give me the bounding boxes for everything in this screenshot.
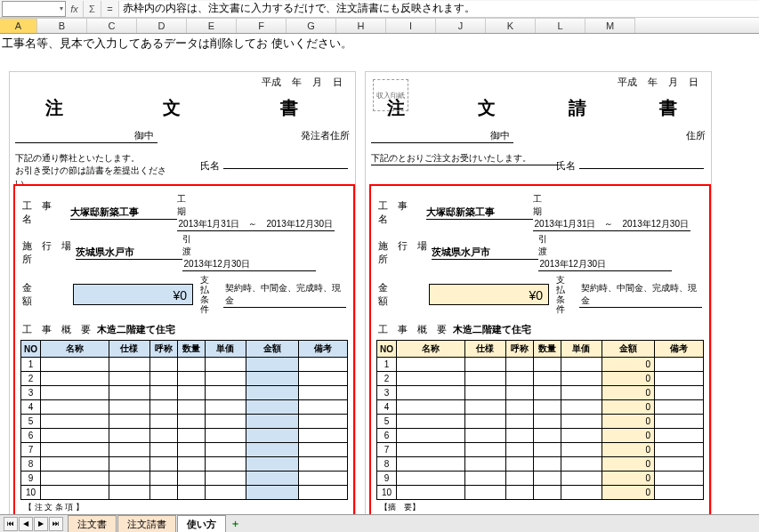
formula-bar: fx Σ =	[0, 0, 759, 18]
fx-button[interactable]: fx	[66, 1, 84, 17]
order-amount[interactable]: ¥0	[73, 284, 193, 305]
formula-input[interactable]	[119, 1, 759, 17]
acc-shimei: 氏名	[556, 159, 704, 173]
acc-pay: 契約時、中間金、完成時、現金	[579, 282, 702, 308]
order-onchu: 御中	[15, 129, 157, 143]
equals-button[interactable]: =	[101, 1, 119, 17]
tab-prev-icon[interactable]: ◀	[19, 517, 33, 531]
sheet-tab-bar: ⏮ ◀ ▶ ⏭ 注文書注文請書使い方 ＋	[0, 514, 759, 532]
worksheet[interactable]: 工事名等、見本で入力してあるデータは削除してお 使いください。 平成年月日 注 …	[0, 34, 759, 514]
order-project-label: 工 事 名	[22, 199, 70, 226]
acc-period: 2013年1月31日 ～ 2013年12月30日	[533, 218, 690, 231]
table-row[interactable]: 4	[21, 400, 348, 415]
table-row[interactable]: 1	[21, 358, 348, 372]
order-delivery[interactable]: 2013年12月30日	[182, 258, 316, 271]
col-header-a[interactable]: A	[0, 18, 37, 33]
acc-red-box: 工 事 名 大塚邸新築工事 工 期2013年1月31日 ～ 2013年12月30…	[369, 184, 711, 514]
order-date-row: 平成年月日	[10, 72, 355, 91]
add-sheet-button[interactable]: ＋	[227, 517, 243, 530]
col-header: 数量	[177, 341, 205, 358]
col-header-l[interactable]: L	[536, 18, 585, 33]
sheet-tab[interactable]: 使い方	[177, 515, 226, 533]
sheet-tab[interactable]: 注文請書	[117, 515, 176, 533]
acc-project-label: 工 事 名	[378, 199, 426, 226]
tab-last-icon[interactable]: ⏭	[49, 517, 63, 531]
table-row: 20	[377, 372, 704, 386]
col-header-b[interactable]: B	[37, 18, 87, 33]
table-row: 50	[377, 415, 704, 429]
order-period[interactable]: 2013年1月31日 ～ 2013年12月30日	[177, 218, 335, 231]
col-header-e[interactable]: E	[187, 18, 237, 33]
column-headers: A B C D E F G H I J K L M	[0, 18, 759, 34]
col-header: 備考	[655, 341, 704, 358]
col-header-m[interactable]: M	[585, 18, 635, 33]
acc-summary: 木造二階建て住宅	[453, 324, 531, 335]
col-header: 単価	[205, 341, 246, 358]
table-row[interactable]: 10	[21, 486, 348, 500]
revenue-stamp-box: 収入印紙	[373, 79, 408, 111]
acc-foot: 【摘 要】	[376, 500, 704, 514]
order-title: 注 文 書	[10, 91, 355, 129]
col-header: 名称	[396, 341, 464, 358]
col-header: 数量	[533, 341, 561, 358]
acc-date-row: 平成年月日	[366, 72, 711, 91]
acc-title: 注 文 請 書	[366, 91, 711, 129]
col-header-h[interactable]: H	[336, 18, 386, 33]
table-row: 80	[377, 457, 704, 472]
table-row: 90	[377, 472, 704, 486]
sheet-tab[interactable]: 注文書	[68, 515, 117, 533]
col-header-d[interactable]: D	[137, 18, 187, 33]
table-row[interactable]: 3	[21, 386, 348, 400]
order-red-box: 工 事 名 大塚邸新築工事 工 期2013年1月31日 ～ 2013年12月30…	[13, 184, 355, 514]
order-project[interactable]: 大塚邸新築工事	[70, 206, 177, 220]
table-row[interactable]: 9	[21, 472, 348, 486]
table-row[interactable]: 6	[21, 429, 348, 443]
tab-nav: ⏮ ◀ ▶ ⏭	[0, 517, 68, 531]
table-row[interactable]: 8	[21, 457, 348, 472]
order-site[interactable]: 茨城県水戸市	[76, 246, 182, 260]
col-header: 呼称	[506, 341, 534, 358]
col-header: 仕様	[109, 341, 149, 358]
order-amount-label: 金 額	[22, 281, 73, 308]
tab-first-icon[interactable]: ⏮	[4, 517, 18, 531]
col-header: 金額	[246, 341, 298, 358]
col-header-j[interactable]: J	[436, 18, 486, 33]
order-summary[interactable]: 木造二階建て住宅	[97, 324, 175, 335]
order-doc: 平成年月日 注 文 書 御中 発注者住所 下記の通り弊社といたします。 お引き受…	[9, 71, 356, 514]
table-row: 40	[377, 400, 704, 415]
acc-addr-label: 住所	[686, 129, 706, 143]
table-row: 30	[377, 386, 704, 400]
col-header-k[interactable]: K	[486, 18, 536, 33]
table-row: 70	[377, 443, 704, 457]
col-header: 金額	[602, 341, 654, 358]
col-header: 単価	[561, 341, 602, 358]
col-header-i[interactable]: I	[386, 18, 436, 33]
order-shimei: 氏名	[200, 159, 348, 173]
acc-delivery: 2013年12月30日	[538, 258, 672, 271]
acc-site: 茨城県水戸市	[432, 246, 538, 260]
acc-project: 大塚邸新築工事	[426, 206, 533, 220]
tab-next-icon[interactable]: ▶	[34, 517, 48, 531]
order-item-table[interactable]: NO名称仕様呼称数量単価金額備考 12345678910	[20, 340, 348, 500]
col-header: 備考	[299, 341, 348, 358]
col-header-g[interactable]: G	[287, 18, 336, 33]
table-row[interactable]: 2	[21, 372, 348, 386]
col-header-f[interactable]: F	[237, 18, 287, 33]
sigma-button[interactable]: Σ	[84, 1, 101, 17]
acc-amount-label: 金 額	[378, 281, 429, 308]
table-row[interactable]: 7	[21, 443, 348, 457]
acc-site-label: 施 行 場 所	[378, 239, 432, 266]
acc-item-table: NO名称仕様呼称数量単価金額備考 102030405060708090100	[376, 340, 704, 500]
instruction-text: 工事名等、見本で入力してあるデータは削除してお 使いください。	[2, 36, 352, 52]
col-header-c[interactable]: C	[87, 18, 137, 33]
table-row[interactable]: 5	[21, 415, 348, 429]
col-header: 名称	[40, 341, 109, 358]
col-header: NO	[21, 341, 41, 358]
name-box[interactable]	[2, 1, 66, 17]
order-site-label: 施 行 場 所	[22, 239, 76, 266]
col-header: 仕様	[464, 341, 505, 358]
order-pay[interactable]: 契約時、中間金、完成時、現金	[223, 282, 346, 308]
order-issuer-label: 発注者住所	[301, 129, 350, 143]
acc-note1: 下記のとおりご注文お受けいたします。	[371, 152, 558, 165]
acceptance-doc: 収入印紙 平成年月日 注 文 請 書 御中 住所 下記のとおりご注文お受けいたし…	[365, 71, 712, 514]
